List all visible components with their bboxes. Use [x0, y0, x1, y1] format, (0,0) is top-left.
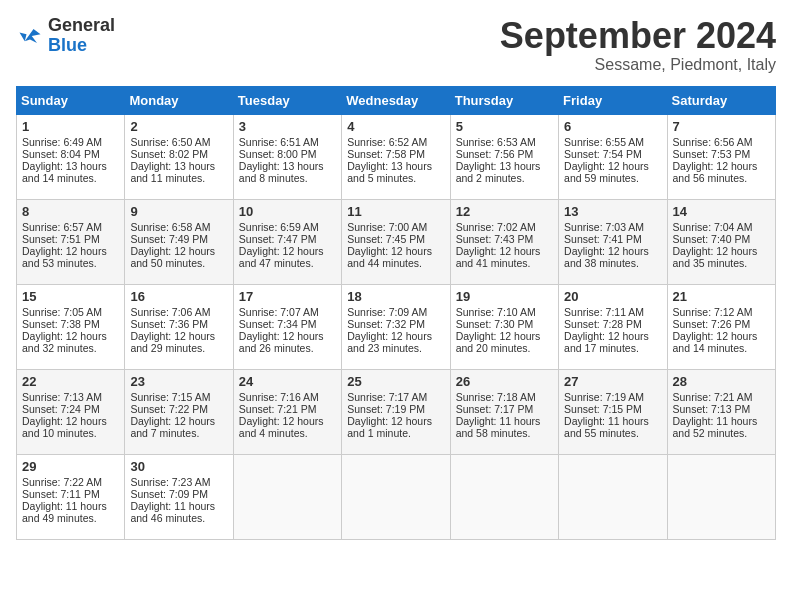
logo-line2: Blue [48, 36, 115, 56]
daylight-text: Daylight: 12 hours and 35 minutes. [673, 245, 770, 269]
day-number: 7 [673, 119, 770, 134]
sunrise-text: Sunrise: 7:18 AM [456, 391, 553, 403]
day-number: 6 [564, 119, 661, 134]
calendar-week-row: 8Sunrise: 6:57 AMSunset: 7:51 PMDaylight… [17, 199, 776, 284]
day-number: 27 [564, 374, 661, 389]
calendar-cell [342, 454, 450, 539]
day-number: 16 [130, 289, 227, 304]
sunrise-text: Sunrise: 7:23 AM [130, 476, 227, 488]
calendar-cell: 18Sunrise: 7:09 AMSunset: 7:32 PMDayligh… [342, 284, 450, 369]
calendar-cell: 14Sunrise: 7:04 AMSunset: 7:40 PMDayligh… [667, 199, 775, 284]
calendar-cell: 16Sunrise: 7:06 AMSunset: 7:36 PMDayligh… [125, 284, 233, 369]
sunset-text: Sunset: 7:54 PM [564, 148, 661, 160]
daylight-text: Daylight: 11 hours and 52 minutes. [673, 415, 770, 439]
daylight-text: Daylight: 13 hours and 14 minutes. [22, 160, 119, 184]
sunset-text: Sunset: 7:17 PM [456, 403, 553, 415]
sunset-text: Sunset: 7:45 PM [347, 233, 444, 245]
sunset-text: Sunset: 7:22 PM [130, 403, 227, 415]
calendar-cell: 12Sunrise: 7:02 AMSunset: 7:43 PMDayligh… [450, 199, 558, 284]
daylight-text: Daylight: 12 hours and 44 minutes. [347, 245, 444, 269]
sunrise-text: Sunrise: 6:59 AM [239, 221, 336, 233]
sunrise-text: Sunrise: 6:56 AM [673, 136, 770, 148]
daylight-text: Daylight: 12 hours and 4 minutes. [239, 415, 336, 439]
day-number: 14 [673, 204, 770, 219]
calendar-cell: 6Sunrise: 6:55 AMSunset: 7:54 PMDaylight… [559, 114, 667, 199]
header-friday: Friday [559, 86, 667, 114]
sunrise-text: Sunrise: 7:09 AM [347, 306, 444, 318]
logo-bird-icon [16, 22, 44, 50]
sunrise-text: Sunrise: 7:10 AM [456, 306, 553, 318]
daylight-text: Daylight: 12 hours and 14 minutes. [673, 330, 770, 354]
calendar-header-row: SundayMondayTuesdayWednesdayThursdayFrid… [17, 86, 776, 114]
sunrise-text: Sunrise: 7:12 AM [673, 306, 770, 318]
calendar-cell: 17Sunrise: 7:07 AMSunset: 7:34 PMDayligh… [233, 284, 341, 369]
header-thursday: Thursday [450, 86, 558, 114]
sunrise-text: Sunrise: 7:07 AM [239, 306, 336, 318]
daylight-text: Daylight: 12 hours and 47 minutes. [239, 245, 336, 269]
daylight-text: Daylight: 11 hours and 46 minutes. [130, 500, 227, 524]
sunrise-text: Sunrise: 7:06 AM [130, 306, 227, 318]
calendar-cell: 9Sunrise: 6:58 AMSunset: 7:49 PMDaylight… [125, 199, 233, 284]
calendar-cell: 27Sunrise: 7:19 AMSunset: 7:15 PMDayligh… [559, 369, 667, 454]
calendar-cell: 25Sunrise: 7:17 AMSunset: 7:19 PMDayligh… [342, 369, 450, 454]
title-block: September 2024 Sessame, Piedmont, Italy [500, 16, 776, 74]
day-number: 3 [239, 119, 336, 134]
calendar-cell: 13Sunrise: 7:03 AMSunset: 7:41 PMDayligh… [559, 199, 667, 284]
header-sunday: Sunday [17, 86, 125, 114]
day-number: 28 [673, 374, 770, 389]
sunset-text: Sunset: 7:43 PM [456, 233, 553, 245]
sunset-text: Sunset: 7:49 PM [130, 233, 227, 245]
sunset-text: Sunset: 8:04 PM [22, 148, 119, 160]
daylight-text: Daylight: 12 hours and 17 minutes. [564, 330, 661, 354]
day-number: 26 [456, 374, 553, 389]
sunrise-text: Sunrise: 6:57 AM [22, 221, 119, 233]
calendar-cell: 20Sunrise: 7:11 AMSunset: 7:28 PMDayligh… [559, 284, 667, 369]
daylight-text: Daylight: 12 hours and 50 minutes. [130, 245, 227, 269]
calendar-cell: 30Sunrise: 7:23 AMSunset: 7:09 PMDayligh… [125, 454, 233, 539]
header-monday: Monday [125, 86, 233, 114]
sunrise-text: Sunrise: 7:13 AM [22, 391, 119, 403]
day-number: 10 [239, 204, 336, 219]
calendar-week-row: 29Sunrise: 7:22 AMSunset: 7:11 PMDayligh… [17, 454, 776, 539]
calendar-cell: 21Sunrise: 7:12 AMSunset: 7:26 PMDayligh… [667, 284, 775, 369]
sunset-text: Sunset: 7:13 PM [673, 403, 770, 415]
sunset-text: Sunset: 7:15 PM [564, 403, 661, 415]
header-wednesday: Wednesday [342, 86, 450, 114]
sunset-text: Sunset: 7:36 PM [130, 318, 227, 330]
sunrise-text: Sunrise: 6:58 AM [130, 221, 227, 233]
day-number: 24 [239, 374, 336, 389]
calendar-cell: 23Sunrise: 7:15 AMSunset: 7:22 PMDayligh… [125, 369, 233, 454]
day-number: 18 [347, 289, 444, 304]
sunrise-text: Sunrise: 7:22 AM [22, 476, 119, 488]
day-number: 25 [347, 374, 444, 389]
calendar-week-row: 1Sunrise: 6:49 AMSunset: 8:04 PMDaylight… [17, 114, 776, 199]
sunset-text: Sunset: 7:28 PM [564, 318, 661, 330]
day-number: 29 [22, 459, 119, 474]
sunset-text: Sunset: 7:40 PM [673, 233, 770, 245]
day-number: 17 [239, 289, 336, 304]
day-number: 5 [456, 119, 553, 134]
daylight-text: Daylight: 11 hours and 49 minutes. [22, 500, 119, 524]
month-title: September 2024 [500, 16, 776, 56]
calendar-cell: 15Sunrise: 7:05 AMSunset: 7:38 PMDayligh… [17, 284, 125, 369]
calendar-cell: 7Sunrise: 6:56 AMSunset: 7:53 PMDaylight… [667, 114, 775, 199]
daylight-text: Daylight: 12 hours and 26 minutes. [239, 330, 336, 354]
page-header: General Blue September 2024 Sessame, Pie… [16, 16, 776, 74]
calendar-cell: 3Sunrise: 6:51 AMSunset: 8:00 PMDaylight… [233, 114, 341, 199]
calendar-cell [667, 454, 775, 539]
header-saturday: Saturday [667, 86, 775, 114]
sunrise-text: Sunrise: 6:53 AM [456, 136, 553, 148]
daylight-text: Daylight: 12 hours and 29 minutes. [130, 330, 227, 354]
calendar-cell: 1Sunrise: 6:49 AMSunset: 8:04 PMDaylight… [17, 114, 125, 199]
logo-line1: General [48, 16, 115, 36]
header-tuesday: Tuesday [233, 86, 341, 114]
daylight-text: Daylight: 13 hours and 11 minutes. [130, 160, 227, 184]
calendar-cell: 28Sunrise: 7:21 AMSunset: 7:13 PMDayligh… [667, 369, 775, 454]
calendar-cell: 4Sunrise: 6:52 AMSunset: 7:58 PMDaylight… [342, 114, 450, 199]
sunrise-text: Sunrise: 7:04 AM [673, 221, 770, 233]
sunrise-text: Sunrise: 7:11 AM [564, 306, 661, 318]
calendar-table: SundayMondayTuesdayWednesdayThursdayFrid… [16, 86, 776, 540]
calendar-week-row: 15Sunrise: 7:05 AMSunset: 7:38 PMDayligh… [17, 284, 776, 369]
sunrise-text: Sunrise: 7:03 AM [564, 221, 661, 233]
sunrise-text: Sunrise: 7:05 AM [22, 306, 119, 318]
